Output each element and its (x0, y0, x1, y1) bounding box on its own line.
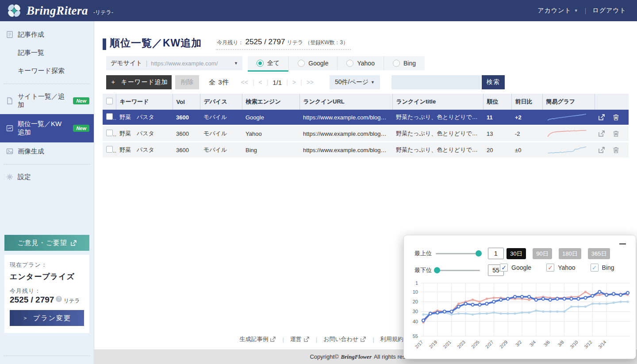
minimize-button[interactable] (619, 243, 626, 245)
slider-handle[interactable] (434, 267, 440, 273)
add-keyword-button[interactable]: ＋ キーワード追加 (106, 75, 172, 89)
engine-checkbox-Yahoo[interactable]: ✓Yahoo (546, 264, 575, 272)
search-input[interactable] (391, 75, 481, 89)
plan-change-button[interactable]: ＞ プラン変更 (10, 310, 84, 326)
range-button-30日[interactable]: 30日 (507, 248, 526, 259)
select-all-checkbox[interactable] (106, 98, 113, 104)
footer-link-運営[interactable]: 運営 (290, 335, 310, 343)
data-point (514, 312, 516, 314)
logout-button[interactable]: ログアウト (592, 7, 626, 15)
checkbox-icon: ✓ (591, 264, 599, 272)
account-menu[interactable]: アカウント ▼ (537, 7, 579, 15)
rank-chart-panel: 最上位 最下位 30日90日180日365日 ✓Google✓Yahoo✓Bin… (403, 235, 636, 359)
pager-button[interactable]: << (241, 79, 248, 86)
article-create-icon (6, 31, 14, 38)
engine-filter-Yahoo[interactable]: Yahoo (338, 56, 384, 70)
row-rank: 11 (483, 110, 511, 126)
rank-list-icon (6, 125, 14, 132)
data-point (556, 297, 558, 300)
column-header-ランクインURL[interactable]: ランクインURL (299, 94, 392, 110)
row-device: モバイル (200, 110, 242, 126)
x-axis-tick: 3/12 (583, 339, 593, 349)
pager-button[interactable]: < (259, 79, 262, 86)
engine-filter-label: Bing (403, 60, 416, 67)
engine-checkbox-Google[interactable]: ✓Google (500, 264, 531, 272)
feedback-button[interactable]: ご意見・ご要望 (4, 235, 89, 251)
sidebar-item-label: 画像生成 (18, 147, 44, 156)
engine-filter-label: Google (308, 60, 328, 67)
per-page-dropdown[interactable]: 50件/ページ ▼ (330, 75, 380, 89)
page-indicator: 1/1 (272, 79, 282, 86)
data-point (591, 295, 594, 297)
row-sparkline (542, 142, 595, 158)
trash-icon[interactable] (613, 146, 620, 154)
range-button-90日[interactable]: 90日 (533, 248, 552, 259)
row-device: モバイル (200, 142, 242, 158)
row-title: 野菜たっぷり、色とりどりで子… (392, 110, 483, 126)
pager-separator: | (253, 79, 254, 86)
sidebar-item-画像生成[interactable]: 画像生成 (0, 142, 94, 161)
row-checkbox[interactable] (106, 113, 113, 120)
trash-icon[interactable] (613, 114, 620, 121)
engine-checkbox-Bing[interactable]: ✓Bing (591, 264, 614, 272)
range-button-365日[interactable]: 365日 (588, 248, 610, 259)
delete-button[interactable]: 削除 (175, 75, 199, 89)
column-header-デバイス[interactable]: デバイス (200, 94, 242, 110)
engine-filter-Bing[interactable]: Bing (384, 56, 425, 70)
search-button[interactable]: 検索 (482, 75, 505, 89)
column-header-簡易グラフ[interactable]: 簡易グラフ (542, 94, 595, 110)
table-row[interactable]: 野菜 パスタ3600モバイルGooglehttps://www.example.… (103, 110, 629, 126)
range-button-180日[interactable]: 180日 (559, 248, 581, 259)
engine-filter-全て[interactable]: 全て (248, 56, 289, 70)
sidebar-item-記事一覧[interactable]: 記事一覧 (0, 44, 94, 62)
pager-button[interactable]: >> (307, 79, 314, 86)
engine-filter-Google[interactable]: Google (289, 56, 338, 70)
sidebar-item-サイト一覧／追加[interactable]: サイト一覧／追加New (0, 88, 94, 114)
column-header-Vol[interactable]: Vol (173, 94, 200, 110)
y-axis-tick: 1 (415, 280, 418, 286)
column-header-ランクインtitle[interactable]: ランクインtitle (392, 94, 483, 110)
trash-icon[interactable] (613, 130, 620, 138)
top-rank-slider[interactable] (436, 253, 480, 254)
row-checkbox[interactable] (106, 130, 113, 136)
table-row[interactable]: 野菜 パスタ3600モバイルBinghttps://www.example.co… (103, 142, 629, 158)
table-row[interactable]: 野菜 パスタ3600モバイルYahoohttps://www.example.c… (103, 126, 629, 142)
top-rank-input[interactable] (488, 248, 504, 259)
column-header-キーワード[interactable]: キーワード (116, 94, 173, 110)
open-external-icon[interactable] (598, 130, 606, 138)
row-checkbox[interactable] (106, 146, 113, 153)
open-external-icon[interactable] (598, 146, 606, 154)
x-axis-tick: 2/23 (456, 339, 466, 349)
radio-icon (257, 60, 264, 67)
chevron-down-icon: ▼ (574, 8, 579, 13)
sidebar-item-キーワード探索[interactable]: キーワード探索 (0, 62, 94, 80)
sidebar-item-記事作成[interactable]: 記事作成 (0, 26, 94, 44)
data-point (626, 291, 629, 294)
rank-history-chart: 110203040552/172/192/212/232/252/272/293… (407, 280, 634, 356)
sidebar-item-順位一覧／KW追加[interactable]: 順位一覧／KW追加New (0, 114, 94, 142)
data-point (486, 298, 488, 300)
site-list-icon (6, 97, 14, 105)
quota-value: 2525 / 2797 (246, 38, 285, 46)
data-point (486, 312, 488, 314)
data-point (619, 293, 622, 296)
bottom-rank-slider[interactable] (436, 270, 480, 271)
data-point (457, 305, 460, 308)
slider-handle[interactable] (476, 250, 482, 257)
sidebar-item-設定[interactable]: 設定 (0, 168, 94, 186)
column-header-検索エンジン[interactable]: 検索エンジン (242, 94, 299, 110)
footer-link-生成記事例[interactable]: 生成記事例 (239, 335, 276, 343)
column-header-順位[interactable]: 順位 (483, 94, 511, 110)
help-icon[interactable]: ? (56, 296, 62, 302)
chevron-right-icon: ＞ (23, 314, 29, 322)
open-external-icon[interactable] (598, 114, 606, 121)
site-select-dropdown[interactable]: デモサイト | https://www.example.com/ ▼ (106, 56, 242, 70)
footer-link-お問い合わせ[interactable]: お問い合わせ (323, 335, 366, 343)
data-point (591, 303, 594, 305)
plus-icon: ＋ (110, 78, 117, 86)
column-header-前日比[interactable]: 前日比 (511, 94, 542, 110)
row-keyword: 野菜 パスタ (116, 126, 173, 142)
data-point (606, 303, 608, 305)
brand-logo[interactable]: BringRitera -リテラ- (6, 3, 113, 19)
pager-button[interactable]: > (292, 79, 296, 86)
